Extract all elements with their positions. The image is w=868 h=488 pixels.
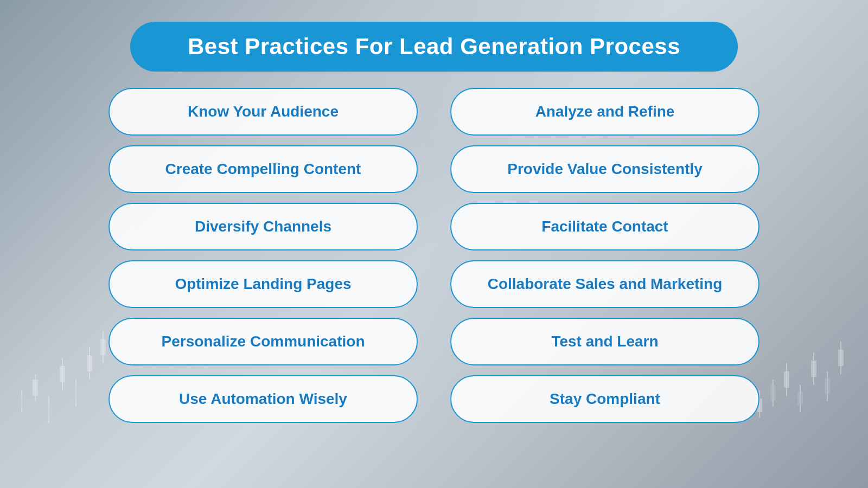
pill-analyze-and-refine: Analyze and Refine	[450, 88, 760, 136]
pill-diversify-channels: Diversify Channels	[108, 203, 418, 251]
pill-stay-compliant: Stay Compliant	[450, 375, 760, 423]
items-grid: Know Your Audience Analyze and Refine Cr…	[108, 88, 760, 423]
main-container: Best Practices For Lead Generation Proce…	[0, 0, 868, 488]
pill-test-and-learn: Test and Learn	[450, 318, 760, 365]
pill-personalize-communication: Personalize Communication	[108, 318, 418, 365]
pill-provide-value-consistently: Provide Value Consistently	[450, 145, 760, 193]
page-title: Best Practices For Lead Generation Proce…	[174, 34, 694, 60]
pill-facilitate-contact: Facilitate Contact	[450, 203, 760, 251]
pill-collaborate-sales-and-marketing: Collaborate Sales and Marketing	[450, 260, 760, 308]
pill-create-compelling-content: Create Compelling Content	[108, 145, 418, 193]
pill-optimize-landing-pages: Optimize Landing Pages	[108, 260, 418, 308]
header-pill: Best Practices For Lead Generation Proce…	[130, 22, 738, 72]
pill-use-automation-wisely: Use Automation Wisely	[108, 375, 418, 423]
pill-know-your-audience: Know Your Audience	[108, 88, 418, 136]
